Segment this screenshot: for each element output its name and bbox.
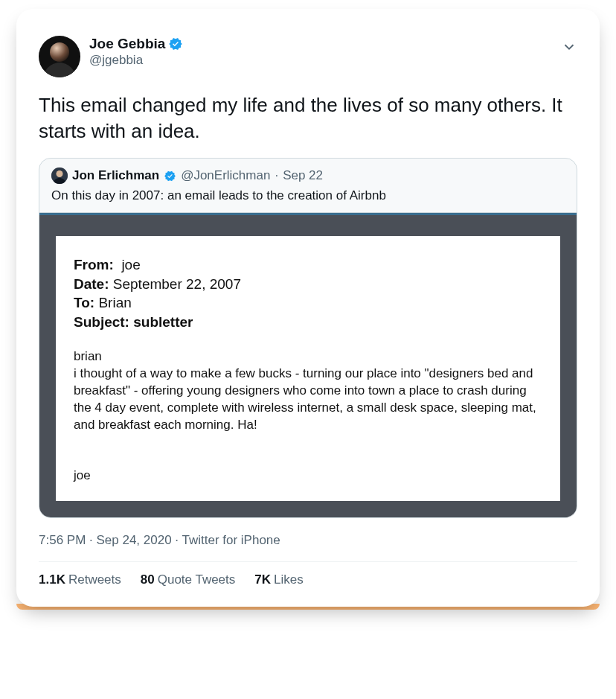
likes-stat[interactable]: 7KLikes — [254, 572, 303, 587]
email-date-value: September 22, 2007 — [113, 276, 241, 292]
author-block: Joe Gebbia @jgebbia — [89, 36, 561, 68]
verified-badge-icon — [164, 170, 176, 182]
retweets-label: Retweets — [68, 572, 121, 587]
tweet-meta: 7:56 PM · Sep 24, 2020 · Twitter for iPh… — [39, 533, 577, 548]
author-display-name[interactable]: Joe Gebbia — [89, 36, 165, 52]
tweet-card: Joe Gebbia @jgebbia This email changed m… — [16, 9, 600, 607]
email-to-label: To: — [74, 295, 94, 310]
svg-point-1 — [50, 42, 69, 62]
quoted-header: Jon Erlichman @JonErlichman · Sep 22 On … — [39, 159, 577, 212]
email-frame: From: joe Date: September 22, 2007 To: B… — [39, 213, 577, 517]
dot-separator: · — [175, 533, 182, 547]
retweets-stat[interactable]: 1.1KRetweets — [39, 572, 121, 587]
email-body: brian i thought of a way to make a few b… — [74, 348, 542, 485]
tweet-timestamp[interactable]: 7:56 PM · Sep 24, 2020 — [39, 533, 172, 547]
quoted-author-handle: @JonErlichman — [181, 168, 270, 183]
dot-separator: · — [275, 168, 278, 183]
author-avatar[interactable] — [39, 36, 80, 77]
email-signature: joe — [74, 467, 542, 485]
email-subject-label: Subject: — [74, 314, 129, 330]
quoted-tweet[interactable]: Jon Erlichman @JonErlichman · Sep 22 On … — [39, 158, 577, 518]
email-subject-value: subletter — [133, 314, 193, 330]
quoted-media: From: joe Date: September 22, 2007 To: B… — [39, 212, 577, 517]
author-handle[interactable]: @jgebbia — [89, 53, 561, 68]
quoted-author-name: Jon Erlichman — [72, 168, 159, 183]
likes-count: 7K — [254, 572, 271, 587]
tweet-stats: 1.1KRetweets 80Quote Tweets 7KLikes — [39, 572, 577, 587]
divider — [39, 561, 577, 562]
retweets-count: 1.1K — [39, 572, 65, 587]
quoted-date: Sep 22 — [283, 168, 323, 183]
verified-badge-icon — [168, 36, 183, 51]
email-from-value: joe — [121, 257, 140, 272]
quotes-label: Quote Tweets — [158, 572, 236, 587]
email-date-label: Date: — [74, 276, 109, 292]
email-greeting: brian — [74, 348, 542, 366]
chevron-down-icon[interactable] — [561, 39, 577, 55]
email-to-value: Brian — [98, 295, 131, 310]
svg-point-3 — [57, 170, 63, 177]
email-headers: From: joe Date: September 22, 2007 To: B… — [74, 255, 542, 332]
quote-tweets-stat[interactable]: 80Quote Tweets — [141, 572, 236, 587]
quoted-author-avatar — [51, 167, 68, 184]
email-from-label: From: — [74, 257, 114, 272]
quotes-count: 80 — [141, 572, 155, 587]
email-body-card: From: joe Date: September 22, 2007 To: B… — [56, 236, 560, 501]
email-paragraph: i thought of a way to make a few bucks -… — [74, 366, 542, 434]
tweet-header: Joe Gebbia @jgebbia — [39, 36, 577, 77]
tweet-source[interactable]: Twitter for iPhone — [182, 533, 280, 547]
quoted-text: On this day in 2007: an email leads to t… — [51, 188, 565, 203]
likes-label: Likes — [274, 572, 304, 587]
tweet-text: This email changed my life and the lives… — [39, 92, 577, 144]
